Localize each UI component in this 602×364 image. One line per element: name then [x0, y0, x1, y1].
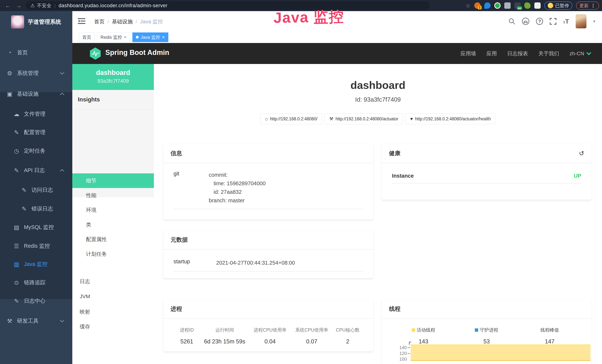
- sba-item-caches[interactable]: 缓存: [72, 319, 154, 334]
- browser-menu-icon[interactable]: ⋮: [591, 3, 596, 9]
- sidebar-item-config-management[interactable]: ✎ 配置管理: [0, 123, 72, 142]
- font-size-icon[interactable]: тT: [563, 18, 569, 25]
- help-icon[interactable]: ?: [536, 18, 543, 25]
- security-label: 不安全: [37, 2, 51, 9]
- health-status-badge: UP: [574, 173, 581, 179]
- sba-brand-title[interactable]: Spring Boot Admin: [105, 49, 169, 57]
- health-key: Instance: [392, 173, 414, 179]
- sba-item-logging[interactable]: 日志: [72, 274, 154, 289]
- health-instance-row[interactable]: Instance UP: [392, 173, 581, 179]
- sidebar-item-infrastructure[interactable]: ▣ 基础设施: [0, 85, 72, 103]
- extension-on-badge: on: [517, 6, 522, 10]
- browser-forward-icon[interactable]: →: [16, 2, 22, 9]
- breadcrumb: 首页 / 基础设施 / Java 监控: [94, 18, 163, 25]
- sba-item-metrics[interactable]: 性能: [72, 188, 154, 203]
- sba-item-config-props[interactable]: 配置属性: [72, 232, 154, 247]
- sba-item-details[interactable]: 细节: [72, 173, 154, 188]
- close-icon[interactable]: ×: [124, 34, 127, 40]
- user-menu-caret-icon[interactable]: ▾: [593, 19, 595, 24]
- chevron-up-icon: [60, 169, 64, 172]
- extension-leaf-icon[interactable]: [524, 2, 531, 9]
- instance-links: ⌂ http://192.168.0.2:48080/ ⚒ http://192…: [154, 114, 602, 124]
- sba-sidebar: dashboard 93a3fc7f7409 Insights 细节 性能 环境…: [72, 64, 154, 364]
- sidebar-collapse-icon[interactable]: [78, 18, 85, 24]
- sidebar-item-error-log[interactable]: ✎ 错误日志: [0, 200, 72, 218]
- sba-nav-journal[interactable]: 日志报表: [507, 50, 528, 57]
- actuator-url-button[interactable]: ⚒ http://192.168.0.2:48080/actuator: [325, 114, 403, 124]
- threads-legend: 活动线程 守护进程 线程峰值 143 53 147: [392, 327, 581, 345]
- address-bar[interactable]: ⚠ 不安全 | dashboard.yudao.iocoder.cn/infra…: [26, 1, 430, 10]
- sidebar-item-home[interactable]: ◔ 首页: [0, 43, 72, 62]
- extension-pin-icon[interactable]: [484, 2, 491, 9]
- page-title: dashboard: [154, 79, 602, 91]
- tab-redis-monitor[interactable]: Redis 监控 ×: [97, 32, 130, 42]
- legend-peak-threads: 线程峰值: [540, 327, 559, 333]
- sba-instance-header: dashboard 93a3fc7f7409: [72, 64, 154, 90]
- sidebar-item-file-management[interactable]: ☁ 文件管理: [0, 105, 72, 123]
- tab-home[interactable]: 首页: [79, 32, 95, 42]
- sba-nav-wallboard[interactable]: 应用墙: [461, 50, 476, 57]
- row-divider: [173, 209, 363, 209]
- sidebar-item-redis-monitor[interactable]: ☰ Redis 监控: [0, 237, 72, 255]
- legend-daemon-threads: 守护进程: [480, 327, 498, 333]
- sidebar-item-devtools[interactable]: ⚒ 研发工具: [0, 312, 72, 330]
- home-icon: ⌂: [265, 116, 268, 121]
- sidebar-item-api-log[interactable]: ✎ API 日志: [0, 161, 72, 180]
- daemon-threads-value: 53: [455, 338, 518, 345]
- sidebar-item-java-monitor[interactable]: ▥ Java 监控: [0, 255, 72, 274]
- paused-label: 已暂停: [555, 3, 569, 9]
- wrench-icon: ⚒: [329, 116, 333, 121]
- sba-nav-applications[interactable]: 应用: [486, 50, 497, 57]
- sidebar-item-log-center[interactable]: ✎ 日志中心: [0, 292, 72, 310]
- metadata-value: 2021-04-27T00:44:31.254+08:00: [216, 258, 295, 267]
- user-avatar[interactable]: [576, 14, 586, 28]
- sidebar-item-scheduled-jobs[interactable]: ◷ 定时任务: [0, 142, 72, 160]
- app-sidebar: 芋道管理系统 ◔ 首页 ⚙ 系统管理 ▣ 基础设施 ☁ 文件管理 ✎ 配置管理 …: [0, 11, 72, 364]
- extension-y-icon[interactable]: [494, 2, 501, 9]
- profile-paused-badge[interactable]: 已暂停: [544, 1, 572, 10]
- breadcrumb-home[interactable]: 首页: [94, 18, 105, 25]
- close-icon[interactable]: ×: [162, 34, 165, 40]
- sba-item-scheduled-tasks[interactable]: 计划任务: [72, 247, 154, 261]
- sidebar-item-system[interactable]: ⚙ 系统管理: [0, 64, 72, 83]
- threads-card: 线程 活动线程 守护进程 线程峰值 143 53 147: [382, 300, 592, 364]
- github-icon[interactable]: [522, 18, 529, 25]
- extensions-puzzle-icon[interactable]: [534, 2, 541, 9]
- active-threads-value: 143: [392, 338, 455, 345]
- timer-icon: ◷: [12, 148, 21, 154]
- sba-item-environment[interactable]: 环境: [72, 203, 154, 217]
- process-col-pid: 进程ID: [173, 327, 200, 333]
- sba-item-jvm[interactable]: JVM: [72, 289, 154, 304]
- page-subtitle: Id: 93a3fc7f7409: [154, 96, 602, 103]
- sidebar-item-mysql-monitor[interactable]: ▤ MySQL 监控: [0, 218, 72, 237]
- breadcrumb-infrastructure[interactable]: 基础设施: [112, 18, 133, 25]
- sidebar-item-tracing[interactable]: ⊙ 链路追踪: [0, 273, 72, 292]
- sba-item-mappings[interactable]: 映射: [72, 304, 154, 319]
- extension-switch-icon[interactable]: on: [514, 2, 521, 9]
- sidebar-item-access-log[interactable]: ✎ 访问日志: [0, 181, 72, 199]
- legend-active-threads: 活动线程: [417, 327, 435, 333]
- tab-java-monitor[interactable]: Java 监控 ×: [132, 32, 168, 42]
- sba-nav-about[interactable]: 关于我们: [538, 50, 559, 57]
- browser-back-icon[interactable]: ←: [5, 2, 11, 9]
- health-card: 健康 ↺ Instance UP: [382, 144, 592, 200]
- search-icon[interactable]: [509, 18, 515, 25]
- browser-update-button[interactable]: 更新 ⋮: [576, 1, 599, 10]
- insecure-warning-icon: ⚠: [30, 3, 35, 9]
- info-git-row: git commit: time: 1596289704000 id: 27aa…: [173, 171, 363, 205]
- info-card: 信息 git commit: time: 1596289704000 id: 2…: [163, 144, 373, 220]
- process-col-sys-cpu: 系统CPU使用率: [291, 327, 333, 333]
- process-col-uptime: 运行时间: [200, 327, 249, 333]
- sba-item-classes[interactable]: 类: [72, 217, 154, 232]
- url-text: dashboard.yudao.iocoder.cn/infra/admin-s…: [59, 3, 167, 9]
- process-card: 进程 进程ID 运行时间 进程CPU使用率 系统CPU使用率 CPU核心数 52…: [163, 300, 373, 351]
- extension-grid-icon[interactable]: [504, 2, 511, 9]
- sba-locale-select[interactable]: zh-CN: [570, 51, 591, 57]
- health-history-icon[interactable]: ↺: [579, 150, 584, 157]
- process-val-uptime: 6d 23h 15m 59s: [200, 338, 249, 345]
- bookmark-star-icon[interactable]: ☆: [465, 2, 471, 9]
- fullscreen-icon[interactable]: [550, 18, 556, 25]
- extension-orange-icon[interactable]: 1: [474, 2, 481, 9]
- service-url-button[interactable]: ⌂ http://192.168.0.2:48080/: [260, 114, 322, 124]
- health-url-button[interactable]: ♥ http://192.168.0.2:48080/actuator/heal…: [406, 114, 495, 124]
